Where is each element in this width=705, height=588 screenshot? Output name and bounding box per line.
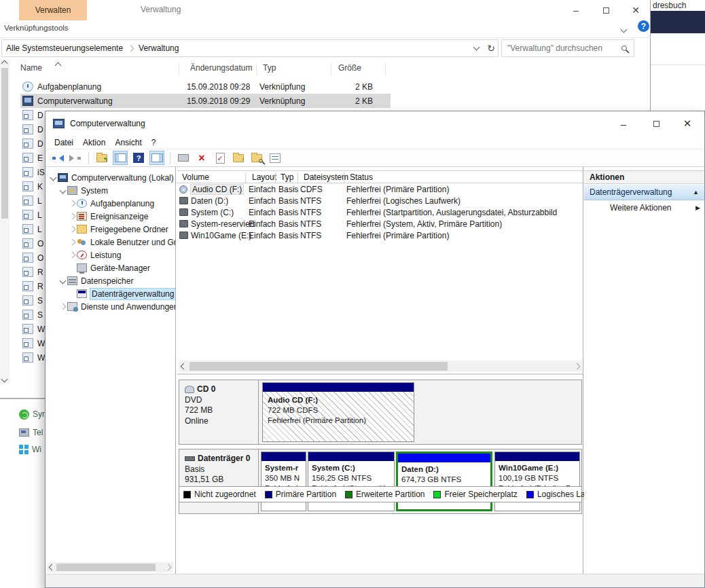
- search-icon[interactable]: [621, 45, 627, 51]
- tree-item-storage[interactable]: Datenspeicher: [46, 274, 175, 287]
- column-filesystem[interactable]: Dateisystem: [304, 172, 348, 182]
- refresh-icon[interactable]: ↻: [487, 43, 495, 54]
- volume-row[interactable]: Audio CD (F:) Einfach Basis CDFS Fehlerf…: [177, 184, 583, 196]
- scroll-left-icon[interactable]: [181, 363, 187, 370]
- search-box[interactable]: [501, 39, 634, 57]
- expand-icon[interactable]: [59, 278, 66, 284]
- forward-icon: [69, 155, 77, 162]
- tree-item-device-manager[interactable]: Geräte-Manager: [46, 261, 175, 274]
- tree-item-disk-management[interactable]: Datenträgerverwaltung: [46, 287, 175, 300]
- volume-row[interactable]: System-reserviert Einfach Basis NTFS Feh…: [177, 219, 583, 230]
- tab-verwalten[interactable]: Verwalten: [19, 0, 87, 20]
- close-button[interactable]: ✕: [674, 113, 700, 134]
- volume-horizontal-scrollbar[interactable]: [179, 361, 582, 372]
- help-button[interactable]: ?: [131, 151, 146, 165]
- breadcrumb[interactable]: Alle Systemsteuerungselemente Verwaltung…: [1, 39, 499, 57]
- scroll-down-icon[interactable]: [1, 376, 8, 383]
- file-row[interactable]: Aufgabenplanung 15.09.2018 09:28 Verknüp…: [20, 79, 391, 94]
- column-header-size[interactable]: Größe: [338, 63, 361, 73]
- pane-splitter[interactable]: [177, 373, 583, 375]
- collapse-group-icon[interactable]: ▲: [693, 189, 699, 196]
- expand-icon[interactable]: [59, 187, 66, 194]
- scrollbar-thumb[interactable]: [1, 68, 8, 219]
- menu-file[interactable]: Datei: [50, 138, 78, 147]
- tasks-button[interactable]: [268, 151, 283, 165]
- column-header-name[interactable]: Name: [20, 63, 42, 73]
- tree-item-shared-folders[interactable]: Freigegebene Ordner: [46, 223, 175, 236]
- tree-item-performance[interactable]: Leistung: [46, 249, 175, 261]
- shortcut-icon: [22, 238, 33, 249]
- ribbon-collapse-button[interactable]: [621, 24, 626, 34]
- actions-header: Aktionen: [584, 170, 704, 184]
- column-layout[interactable]: Layout: [252, 172, 276, 182]
- tree-item-root[interactable]: Computerverwaltung (Lokal): [46, 171, 175, 184]
- help-button[interactable]: ?: [638, 20, 649, 32]
- maximize-button[interactable]: [643, 113, 669, 134]
- explore-button[interactable]: [249, 151, 264, 165]
- open-button[interactable]: ↑: [231, 151, 246, 165]
- scrollbar-thumb[interactable]: [189, 362, 448, 371]
- tree-item-local-users[interactable]: Lokale Benutzer und Gru: [46, 236, 175, 249]
- disk-volume-icon: [179, 232, 188, 239]
- title-bar[interactable]: Computerverwaltung: [46, 111, 704, 136]
- collapse-icon[interactable]: [69, 200, 75, 207]
- volume-row[interactable]: Daten (D:) Einfach Basis NTFS Fehlerfrei…: [177, 196, 583, 207]
- up-level-button[interactable]: ↰: [94, 151, 109, 165]
- back-button[interactable]: [50, 151, 65, 165]
- scroll-right-icon[interactable]: [165, 564, 172, 571]
- services-icon: [67, 302, 77, 311]
- tree-item-system[interactable]: System: [46, 184, 175, 197]
- control-panel-item[interactable]: Wi: [19, 443, 41, 456]
- collapse-icon[interactable]: [69, 239, 75, 246]
- console-tree-toggle[interactable]: [113, 151, 128, 165]
- maximize-button[interactable]: [594, 0, 617, 20]
- volume-row[interactable]: System (C:) Einfach Basis NTFS Fehlerfre…: [177, 207, 583, 219]
- column-header-type[interactable]: Typ: [263, 63, 276, 73]
- properties-button[interactable]: [213, 151, 228, 165]
- column-type[interactable]: Typ: [281, 172, 293, 182]
- collapse-icon[interactable]: [69, 213, 75, 220]
- tree-item-services[interactable]: Dienste und Anwendungen: [46, 300, 175, 313]
- attach-vhd-button[interactable]: [176, 151, 191, 165]
- scrollbar-thumb[interactable]: [56, 564, 156, 571]
- control-panel-item[interactable]: Syn: [19, 408, 45, 420]
- search-input[interactable]: [506, 42, 615, 54]
- volume-row[interactable]: Win10Game (E:) Einfach Basis NTFS Fehler…: [177, 230, 583, 242]
- tree-horizontal-scrollbar[interactable]: [47, 562, 173, 572]
- scroll-left-icon[interactable]: [49, 564, 56, 571]
- menu-action[interactable]: Aktion: [78, 138, 110, 147]
- control-panel-item[interactable]: Tel: [19, 426, 43, 439]
- minimize-button[interactable]: –: [611, 113, 636, 134]
- scroll-up-icon[interactable]: [1, 60, 8, 67]
- menu-help[interactable]: ?: [147, 138, 161, 147]
- partition-audio-cd[interactable]: Audio CD (F:) 722 MB CDFS Fehlerfrei (Pr…: [262, 382, 414, 442]
- collapse-icon[interactable]: [69, 226, 75, 233]
- minimize-button[interactable]: –: [564, 0, 588, 20]
- tree-item-event-viewer[interactable]: Ereignisanzeige: [46, 210, 175, 223]
- delete-button[interactable]: ×: [194, 151, 209, 165]
- action-pane-toggle[interactable]: [149, 151, 164, 165]
- collapse-icon[interactable]: [69, 252, 75, 259]
- close-button[interactable]: ✕: [624, 0, 647, 20]
- breadcrumb-item[interactable]: Verwaltung: [134, 43, 183, 53]
- tree-item-task-scheduler[interactable]: Aufgabenplanung: [46, 197, 175, 210]
- menu-view[interactable]: Ansicht: [110, 138, 146, 147]
- breadcrumb-item[interactable]: Alle Systemsteuerungselemente: [2, 43, 127, 53]
- disk-size: 722 MB: [185, 405, 253, 416]
- expand-icon[interactable]: [50, 174, 56, 181]
- navigation-scrollbar[interactable]: [0, 60, 10, 384]
- disk-label-cd0[interactable]: CD 0 DVD 722 MB Online: [179, 380, 259, 444]
- contextual-tab-group-label[interactable]: Verknüpfungstools: [4, 22, 69, 34]
- address-dropdown-icon[interactable]: [473, 44, 480, 51]
- column-header-date[interactable]: Änderungsdatum: [190, 63, 252, 73]
- column-volume[interactable]: Volume: [182, 172, 209, 182]
- file-row-selected[interactable]: Computerverwaltung 15.09.2018 09:29 Verk…: [20, 94, 391, 108]
- forward-button[interactable]: [68, 151, 83, 165]
- console-tree-icon: [115, 153, 126, 162]
- actions-item-more-actions[interactable]: Weitere Aktionen ▶: [584, 200, 704, 215]
- disk-label-disk0[interactable]: Datenträger 0 Basis 931,51 GB Online: [179, 449, 259, 513]
- actions-group-disk-management[interactable]: Datenträgerverwaltung ▲: [584, 185, 704, 200]
- scroll-right-icon[interactable]: [574, 363, 581, 370]
- column-status[interactable]: Status: [350, 172, 373, 182]
- collapse-icon[interactable]: [59, 304, 66, 310]
